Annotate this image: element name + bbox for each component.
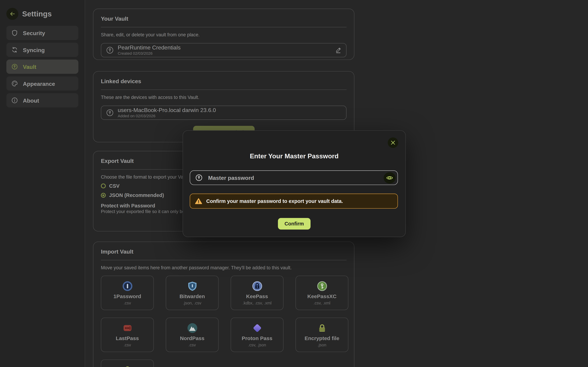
master-password-modal: Enter Your Master Password Confi <box>183 130 406 237</box>
radio-selected-icon <box>101 193 106 198</box>
import-tile-nordpass[interactable]: NordPass .csv <box>166 317 219 352</box>
vault-row: PearRuntime Credentials Created 02/03/20… <box>101 43 346 57</box>
tile-formats: .csv <box>124 343 131 347</box>
tile-formats: .csv, .xml <box>313 301 330 305</box>
sidebar-item-appearance[interactable]: Appearance <box>6 76 78 91</box>
tile-name: LastPass <box>116 335 139 341</box>
sidebar-item-label: Security <box>23 30 45 36</box>
edit-pencil-icon <box>335 47 342 54</box>
tile-name: Bitwarden <box>180 293 205 299</box>
warning-banner: Confirm your master password to export y… <box>190 194 398 209</box>
key-circle-icon <box>106 46 114 54</box>
sidebar-item-label: Syncing <box>23 47 45 53</box>
key-circle-icon <box>106 108 114 117</box>
onepassword-icon <box>122 281 133 291</box>
sidebar-item-about[interactable]: About <box>6 93 78 108</box>
bitwarden-icon <box>187 281 197 291</box>
protonpass-icon <box>252 323 262 333</box>
tile-name: NordPass <box>180 335 204 341</box>
key-circle-icon <box>11 63 18 70</box>
tile-name: 1Password <box>113 293 141 299</box>
edit-vault-button[interactable] <box>335 47 342 54</box>
tile-formats: .csv, .json <box>248 343 266 347</box>
sidebar-item-label: Appearance <box>23 80 55 87</box>
card-description: Share, edit, or delete your vault from o… <box>101 32 346 37</box>
import-tile-keepassxc[interactable]: KeePassXC .csv, .xml <box>295 275 348 310</box>
radio-label: CSV <box>109 183 120 189</box>
tile-formats: .csv <box>189 343 196 347</box>
sidebar-item-syncing[interactable]: Syncing <box>6 43 78 57</box>
tile-name: KeePassXC <box>307 293 337 299</box>
confirm-button[interactable]: Confirm <box>278 218 311 229</box>
arrow-left-icon <box>9 10 16 17</box>
vault-created-date: Created 02/03/2026 <box>118 51 331 56</box>
master-password-field <box>190 170 398 185</box>
import-tile-bitwarden[interactable]: Bitwarden .json, .csv <box>166 275 219 310</box>
modal-title: Enter Your Master Password <box>183 152 406 160</box>
key-circle-icon <box>195 174 203 182</box>
keepass-icon <box>252 281 262 291</box>
import-tile-protonpass[interactable]: Proton Pass .csv, .json <box>231 317 284 352</box>
card-description: These are the devices with access to thi… <box>101 95 346 100</box>
palette-icon <box>11 80 18 87</box>
import-tile-partial[interactable] <box>101 359 154 367</box>
sidebar-item-label: About <box>23 97 39 103</box>
import-tile-lastpass[interactable]: LastPass .csv <box>101 317 154 352</box>
device-added-date: Added on 02/03/2026 <box>118 113 342 118</box>
card-description: Move your saved items here from another … <box>101 265 346 270</box>
import-tile-keepass[interactable]: KeePass .kdbx, .csv, .xml <box>231 275 284 310</box>
sidebar-header: Settings <box>0 0 85 20</box>
tile-name: Encrypted file <box>304 335 339 341</box>
vault-row-text: PearRuntime Credentials Created 02/03/20… <box>118 45 331 56</box>
lastpass-icon <box>122 323 133 333</box>
sidebar-item-security[interactable]: Security <box>6 26 78 40</box>
settings-page: Settings Security Syncing <box>0 0 588 367</box>
master-password-input[interactable] <box>207 174 379 181</box>
divider <box>101 260 346 260</box>
encrypted-lock-icon <box>122 365 133 367</box>
import-tile-encrypted-file[interactable]: Encrypted file .json <box>295 317 348 352</box>
your-vault-card: Your Vault Share, edit, or delete your v… <box>93 8 354 60</box>
warning-triangle-icon <box>195 198 202 204</box>
eye-icon <box>386 174 393 181</box>
tile-formats: .json <box>318 343 326 347</box>
import-vault-card: Import Vault Move your saved items here … <box>93 242 354 367</box>
close-modal-button[interactable] <box>388 137 398 148</box>
radio-label: JSON (Recommended) <box>109 192 164 198</box>
divider <box>101 27 346 27</box>
card-title: Linked devices <box>101 78 346 85</box>
tile-formats: .kdbx, .csv, .xml <box>242 301 272 305</box>
sidebar-item-vault[interactable]: Vault <box>6 60 78 74</box>
device-name: users-MacBook-Pro.local darwin 23.6.0 <box>118 107 342 113</box>
sidebar-nav: Security Syncing Vault <box>6 26 78 108</box>
sidebar-item-label: Vault <box>23 63 36 70</box>
divider <box>101 90 346 90</box>
tile-formats: .json, .csv <box>183 301 201 305</box>
shield-icon <box>11 30 18 36</box>
vault-name: PearRuntime Credentials <box>118 45 331 50</box>
card-title: Your Vault <box>101 15 346 23</box>
nordpass-icon <box>187 323 197 333</box>
sync-icon <box>11 47 18 53</box>
device-row-text: users-MacBook-Pro.local darwin 23.6.0 Ad… <box>118 107 342 118</box>
tile-name: KeePass <box>246 293 268 299</box>
import-tile-grid: 1Password .csv Bitwarden .json, .csv <box>101 275 346 367</box>
tile-name: Proton Pass <box>242 335 272 341</box>
tile-formats: .csv <box>124 301 131 305</box>
info-icon <box>11 97 18 104</box>
radio-unselected-icon <box>101 183 106 188</box>
toggle-password-visibility-button[interactable] <box>384 172 396 183</box>
sidebar: Settings Security Syncing <box>0 0 85 367</box>
close-icon <box>391 141 395 145</box>
keepassxc-icon <box>317 281 327 291</box>
page-title: Settings <box>22 10 52 18</box>
import-tile-1password[interactable]: 1Password .csv <box>101 275 154 310</box>
device-row: users-MacBook-Pro.local darwin 23.6.0 Ad… <box>101 106 346 120</box>
warning-text: Confirm your master password to export y… <box>206 198 343 204</box>
encrypted-lock-icon <box>317 323 327 333</box>
card-title: Import Vault <box>101 248 346 256</box>
back-button[interactable] <box>6 8 18 20</box>
